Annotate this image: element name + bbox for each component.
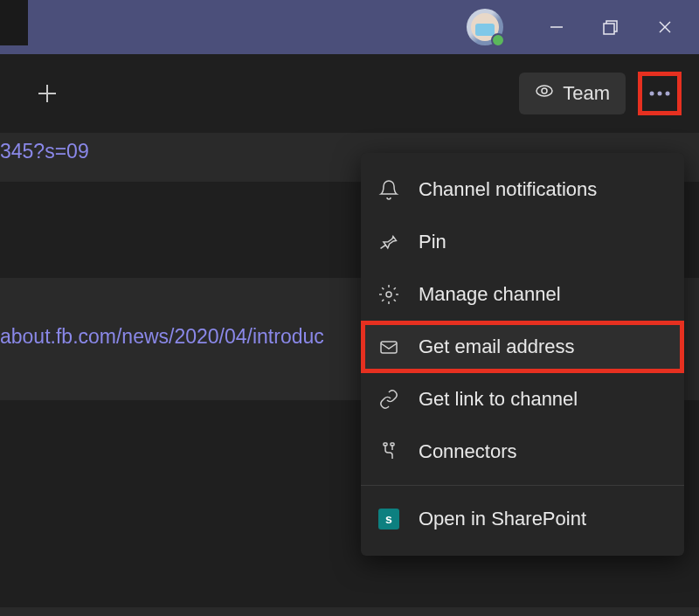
- sharepoint-icon: s: [377, 507, 401, 531]
- connectors-icon: [377, 440, 401, 464]
- gear-icon: [377, 282, 401, 307]
- link-icon: [377, 387, 401, 412]
- titlebar-left-block: [0, 0, 28, 45]
- toolbar: Team: [0, 54, 699, 133]
- svg-point-12: [386, 292, 391, 297]
- menu-item-label: Get link to channel: [419, 388, 578, 411]
- message-link[interactable]: about.fb.com/news/2020/04/introduc: [0, 325, 324, 348]
- pin-icon: [377, 230, 401, 254]
- menu-item-get-email-address[interactable]: Get email address: [361, 321, 684, 373]
- menu-item-label: Connectors: [419, 440, 517, 463]
- message-link[interactable]: 345?s=09: [0, 140, 89, 163]
- presence-badge: [491, 33, 505, 47]
- svg-rect-14: [384, 443, 387, 446]
- avatar[interactable]: [467, 9, 503, 45]
- svg-point-7: [536, 86, 552, 96]
- eye-icon: [535, 81, 554, 106]
- team-button[interactable]: Team: [519, 73, 626, 114]
- minimize-button[interactable]: [529, 0, 584, 54]
- titlebar: [0, 0, 699, 54]
- toolbar-right: Team: [519, 72, 682, 115]
- menu-item-channel-notifications[interactable]: Channel notifications: [361, 163, 684, 216]
- context-menu: Channel notifications Pin Manage channel…: [361, 153, 684, 556]
- team-label: Team: [563, 82, 610, 105]
- email-icon: [377, 335, 401, 359]
- svg-rect-13: [381, 342, 397, 353]
- svg-point-10: [658, 92, 662, 96]
- menu-item-label: Open in SharePoint: [419, 508, 586, 530]
- svg-point-8: [542, 88, 547, 93]
- svg-rect-15: [391, 443, 394, 446]
- bottom-strip: [0, 607, 699, 616]
- menu-divider: [361, 485, 684, 486]
- menu-item-label: Channel notifications: [419, 178, 597, 201]
- avatar-mask: [475, 24, 495, 36]
- menu-item-get-link[interactable]: Get link to channel: [361, 373, 684, 426]
- menu-item-pin[interactable]: Pin: [361, 216, 684, 268]
- menu-item-manage-channel[interactable]: Manage channel: [361, 268, 684, 321]
- more-options-button[interactable]: [638, 72, 682, 115]
- maximize-button[interactable]: [584, 0, 638, 54]
- menu-item-label: Manage channel: [419, 283, 561, 306]
- menu-item-label: Pin: [419, 231, 446, 253]
- svg-point-9: [650, 92, 654, 96]
- svg-rect-2: [604, 24, 614, 34]
- menu-item-label: Get email address: [419, 336, 575, 358]
- bell-icon: [377, 177, 401, 202]
- window-controls: [529, 0, 692, 54]
- add-tab-button[interactable]: [30, 76, 65, 111]
- menu-item-sharepoint[interactable]: s Open in SharePoint: [361, 493, 684, 545]
- close-button[interactable]: [638, 0, 692, 54]
- svg-point-11: [666, 92, 670, 96]
- menu-item-connectors[interactable]: Connectors: [361, 426, 684, 478]
